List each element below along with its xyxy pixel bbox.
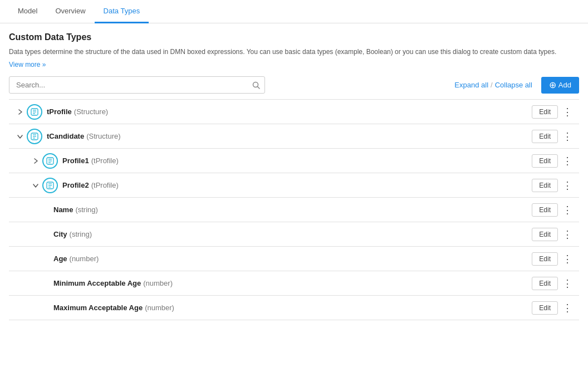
table-row: Profile1 (tProfile) Edit ⋮ xyxy=(9,149,579,173)
nav-tabs: Model Overview Data Types xyxy=(0,0,588,23)
min-age-field-type: (number) xyxy=(143,279,173,287)
profile2-actions: Edit ⋮ xyxy=(532,179,579,192)
tab-overview[interactable]: Overview xyxy=(46,0,94,23)
profile1-name: Profile1 xyxy=(62,156,89,165)
age-field-name: Age xyxy=(53,255,67,263)
controls-row: Expand all / Collapse all ⊕ Add xyxy=(9,76,579,94)
tcandidate-actions: Edit ⋮ xyxy=(532,130,579,143)
table-row: Minimum Acceptable Age (number) Edit ⋮ xyxy=(9,271,579,296)
page-content: Custom Data Types Data types determine t… xyxy=(0,23,588,320)
toggle-profile1-button[interactable] xyxy=(29,158,42,164)
table-row: Age (number) Edit ⋮ xyxy=(9,247,579,271)
table-row: Name (string) Edit ⋮ xyxy=(9,198,579,222)
profile2-more-button[interactable]: ⋮ xyxy=(560,179,575,192)
max-age-more-button[interactable]: ⋮ xyxy=(560,302,575,314)
search-icon xyxy=(252,81,261,90)
age-more-button[interactable]: ⋮ xyxy=(560,253,575,265)
table-row: Profile2 (tProfile) Edit ⋮ xyxy=(9,173,579,198)
page-title: Custom Data Types xyxy=(9,32,579,42)
view-more-link[interactable]: View more » xyxy=(9,61,46,68)
tcandidate-more-button[interactable]: ⋮ xyxy=(560,130,575,143)
tcandidate-kind: (Structure) xyxy=(86,132,120,140)
expand-collapse-row: Expand all / Collapse all xyxy=(454,81,532,89)
age-field-type: (number) xyxy=(70,255,99,263)
tcandidate-icon xyxy=(27,129,42,144)
min-age-more-button[interactable]: ⋮ xyxy=(560,277,575,290)
tprofile-name: tProfile xyxy=(47,107,72,116)
table-row: tCandidate (Structure) Edit ⋮ xyxy=(9,124,579,149)
tab-model[interactable]: Model xyxy=(9,0,46,23)
tprofile-kind: (Structure) xyxy=(74,107,108,116)
city-field-type: (string) xyxy=(70,230,92,238)
table-row: City (string) Edit ⋮ xyxy=(9,222,579,247)
profile2-name: Profile2 xyxy=(62,181,89,189)
search-button[interactable] xyxy=(252,81,261,90)
svg-line-1 xyxy=(257,86,259,89)
profile1-actions: Edit ⋮ xyxy=(532,154,579,168)
table-row: Maximum Acceptable Age (number) Edit ⋮ xyxy=(9,296,579,320)
city-field-name: City xyxy=(53,230,67,238)
min-age-edit-button[interactable]: Edit xyxy=(532,277,558,290)
toggle-tcandidate-button[interactable] xyxy=(13,134,27,139)
tprofile-actions: Edit ⋮ xyxy=(532,105,579,119)
toggle-tprofile-button[interactable] xyxy=(13,109,27,115)
tcandidate-edit-button[interactable]: Edit xyxy=(532,130,558,143)
profile2-kind: (tProfile) xyxy=(91,181,119,189)
data-types-list: tProfile (Structure) Edit ⋮ xyxy=(9,99,579,320)
description: Data types determine the structure of th… xyxy=(9,47,579,57)
plus-icon: ⊕ xyxy=(549,81,556,90)
profile1-kind: (tProfile) xyxy=(91,156,119,165)
chevron-right-icon xyxy=(33,158,38,164)
profile2-edit-button[interactable]: Edit xyxy=(532,179,558,192)
data-types-list-wrapper: tProfile (Structure) Edit ⋮ xyxy=(9,99,579,320)
age-edit-button[interactable]: Edit xyxy=(532,252,558,266)
age-field-actions: Edit ⋮ xyxy=(532,252,579,266)
max-age-field-name: Maximum Acceptable Age xyxy=(53,304,143,312)
tcandidate-name: tCandidate xyxy=(47,132,84,140)
tprofile-icon xyxy=(27,104,42,120)
name-field-name: Name xyxy=(53,205,73,214)
max-age-field-type: (number) xyxy=(145,304,174,312)
table-row: tProfile (Structure) Edit ⋮ xyxy=(9,100,579,124)
search-input[interactable] xyxy=(9,76,265,94)
max-age-field-actions: Edit ⋮ xyxy=(532,301,579,315)
collapse-all-link[interactable]: Collapse all xyxy=(495,81,532,89)
city-more-button[interactable]: ⋮ xyxy=(560,228,575,241)
add-label: Add xyxy=(558,81,571,89)
chevron-down-icon xyxy=(17,134,23,139)
chevron-down-icon xyxy=(33,183,38,188)
name-field-type: (string) xyxy=(75,205,97,214)
city-field-actions: Edit ⋮ xyxy=(532,228,579,241)
max-age-edit-button[interactable]: Edit xyxy=(532,301,558,315)
add-button[interactable]: ⊕ Add xyxy=(541,77,579,94)
toggle-profile2-button[interactable] xyxy=(29,183,42,188)
profile1-edit-button[interactable]: Edit xyxy=(532,154,558,168)
profile1-more-button[interactable]: ⋮ xyxy=(560,155,575,167)
search-wrapper xyxy=(9,76,265,94)
tprofile-more-button[interactable]: ⋮ xyxy=(560,106,575,118)
name-field-actions: Edit ⋮ xyxy=(532,203,579,217)
min-age-field-actions: Edit ⋮ xyxy=(532,277,579,290)
expand-all-link[interactable]: Expand all xyxy=(454,81,488,89)
min-age-field-name: Minimum Acceptable Age xyxy=(53,279,141,287)
city-edit-button[interactable]: Edit xyxy=(532,228,558,241)
profile2-icon xyxy=(42,178,58,193)
name-more-button[interactable]: ⋮ xyxy=(560,204,575,216)
profile1-icon xyxy=(42,153,58,169)
tprofile-edit-button[interactable]: Edit xyxy=(532,105,558,119)
separator: / xyxy=(491,81,493,89)
tab-data-types[interactable]: Data Types xyxy=(95,0,149,23)
name-edit-button[interactable]: Edit xyxy=(532,203,558,217)
chevron-right-icon xyxy=(17,109,23,115)
